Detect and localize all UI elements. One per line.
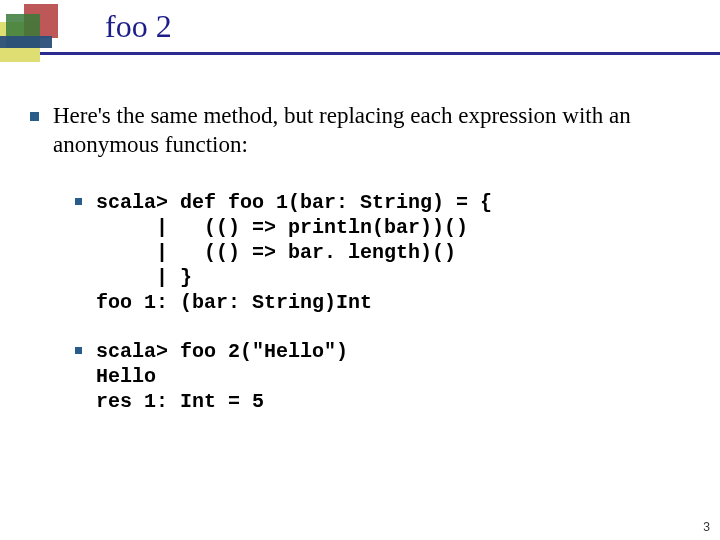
bullet-icon	[75, 347, 82, 354]
title-underline	[40, 52, 720, 55]
code-bullet-2: scala> foo 2("Hello") Hello res 1: Int =…	[75, 339, 690, 414]
intro-text: Here's the same method, but replacing ea…	[53, 102, 690, 160]
code-block-2: scala> foo 2("Hello") Hello res 1: Int =…	[96, 339, 348, 414]
intro-bullet: Here's the same method, but replacing ea…	[30, 102, 690, 160]
slide-header: foo 2	[0, 0, 720, 62]
slide-content: Here's the same method, but replacing ea…	[0, 62, 720, 414]
code-bullet-1: scala> def foo 1(bar: String) = { | (() …	[75, 190, 690, 315]
code-block-1: scala> def foo 1(bar: String) = { | (() …	[96, 190, 492, 315]
slide-title: foo 2	[105, 8, 172, 45]
svg-rect-3	[0, 36, 52, 48]
page-number: 3	[703, 520, 710, 534]
bullet-icon	[30, 112, 39, 121]
bullet-icon	[75, 198, 82, 205]
